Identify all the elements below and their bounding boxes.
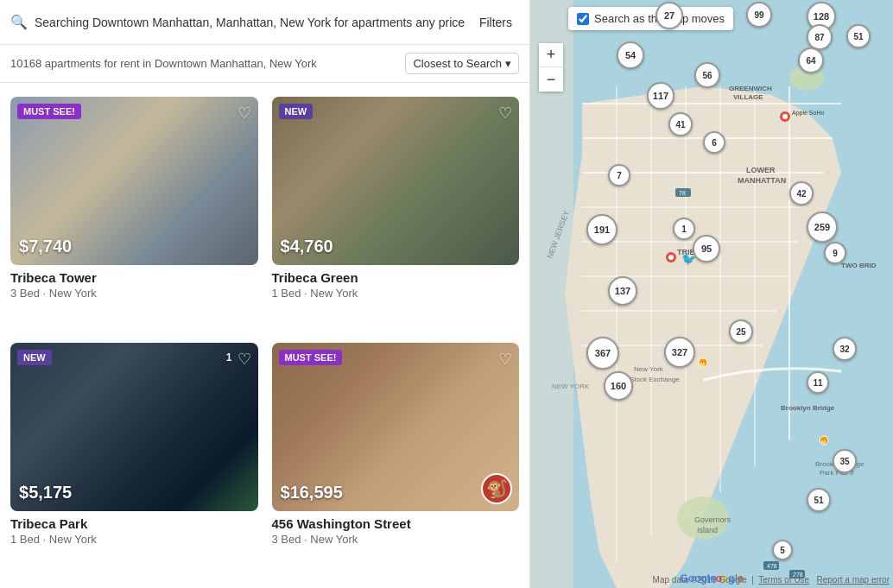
listing-detail: 1 Bed · New York xyxy=(10,533,258,546)
svg-text:MANHATTAN: MANHATTAN xyxy=(738,176,786,185)
listing-price: 4,760 xyxy=(281,237,333,256)
svg-text:New York: New York xyxy=(634,365,664,373)
listing-price: 16,595 xyxy=(281,483,343,503)
listing-badge: NEW xyxy=(17,350,52,365)
favorite-button[interactable]: ♡ xyxy=(498,350,512,369)
map-cluster-c9[interactable]: 64 xyxy=(798,47,824,73)
favorite-button[interactable]: ♡ xyxy=(238,104,251,123)
search-as-moves-checkbox[interactable] xyxy=(577,13,589,25)
map-cluster-c26[interactable]: 35 xyxy=(833,449,857,473)
svg-text:GREENWICH: GREENWICH xyxy=(729,85,772,92)
listing-image-wrap: NEW ♡ 4,760 xyxy=(272,97,520,265)
listing-badge: MUST SEE! xyxy=(17,104,81,119)
map-cluster-c18[interactable]: 9 xyxy=(824,242,846,264)
map-data-text: Map data ©2019 Google xyxy=(653,575,747,585)
svg-text:Island: Island xyxy=(697,526,718,534)
map-cluster-c28[interactable]: 5 xyxy=(772,540,793,560)
listing-badge: NEW xyxy=(279,104,314,119)
svg-text:Brooklyn Bridge: Brooklyn Bridge xyxy=(781,404,835,412)
svg-point-50 xyxy=(782,114,788,119)
map-cluster-c2[interactable]: 54 xyxy=(617,41,644,69)
listing-card-tribeca-park[interactable]: NEW 1 ♡ 5,175 Tribeca Park 1 Bed · New Y… xyxy=(10,343,258,575)
favorite-button[interactable]: ♡ xyxy=(238,350,251,369)
listing-detail: 3 Bed · New York xyxy=(10,287,258,300)
map-cluster-c19[interactable]: 137 xyxy=(608,276,637,306)
chevron-down-icon: ▾ xyxy=(505,57,511,70)
svg-text:LOWER: LOWER xyxy=(746,166,776,174)
listing-name: Tribeca Park xyxy=(10,516,258,531)
report-link[interactable]: Report a map error xyxy=(817,575,890,585)
zoom-in-button[interactable]: + xyxy=(539,43,563,67)
map-cluster-c7[interactable]: 56 xyxy=(694,62,720,88)
map-cluster-c16[interactable]: 259 xyxy=(807,212,838,243)
map-cluster-c1[interactable]: 27 xyxy=(656,2,683,29)
svg-text:Governors: Governors xyxy=(694,515,732,524)
listing-card-456-washington[interactable]: MUST SEE! ♡ 16,595 🐒 456 Washington Stre… xyxy=(272,343,520,575)
listing-name: Tribeca Tower xyxy=(10,270,258,285)
listings-grid: MUST SEE! ♡ 7,740 Tribeca Tower 3 Bed · … xyxy=(0,83,529,588)
map-cluster-c20[interactable]: 25 xyxy=(729,319,753,344)
map-cluster-c21[interactable]: 367 xyxy=(586,337,619,370)
map-cluster-c13[interactable]: 191 xyxy=(586,214,618,245)
listing-name: 456 Washington Street xyxy=(272,516,520,531)
left-panel: 🔍 Searching Downtown Manhattan, Manhatta… xyxy=(0,0,530,588)
svg-text:Stock Exchange: Stock Exchange xyxy=(630,376,680,383)
filters-button[interactable]: Filters xyxy=(472,12,519,33)
map-zoom-controls: + − xyxy=(539,43,563,92)
listing-detail: 1 Bed · New York xyxy=(272,287,520,300)
svg-text:NEW YORK: NEW YORK xyxy=(552,383,590,390)
listing-name: Tribeca Green xyxy=(272,270,520,285)
map-cluster-c14[interactable]: 1 xyxy=(673,218,695,240)
map-data-attribution: Map data ©2019 Google | Terms of Use Rep… xyxy=(653,575,890,585)
map-cluster-c11[interactable]: 6 xyxy=(703,131,725,154)
sort-dropdown[interactable]: Closest to Search ▾ xyxy=(405,53,519,74)
search-bar: 🔍 Searching Downtown Manhattan, Manhatta… xyxy=(0,0,529,45)
terms-link[interactable]: Terms of Use xyxy=(758,575,809,585)
svg-text:78: 78 xyxy=(679,190,686,196)
map-background: NEW JERSEY NEW YORK GREENWICH VILLAGE LO… xyxy=(530,0,893,588)
sort-label: Closest to Search xyxy=(413,57,502,70)
map-cluster-c15[interactable]: 95 xyxy=(693,235,720,262)
map-cluster-c27[interactable]: 51 xyxy=(807,488,831,512)
search-icon: 🔍 xyxy=(10,14,28,30)
map-cluster-c5[interactable]: 87 xyxy=(807,24,833,50)
listing-price: 5,175 xyxy=(19,483,72,503)
svg-text:VILLAGE: VILLAGE xyxy=(733,93,763,101)
map-cluster-c22[interactable]: 327 xyxy=(664,337,695,368)
svg-text:Apple SoHo: Apple SoHo xyxy=(792,110,824,117)
listing-card-tribeca-tower[interactable]: MUST SEE! ♡ 7,740 Tribeca Tower 3 Bed · … xyxy=(10,97,258,329)
listing-image-wrap: NEW 1 ♡ 5,175 xyxy=(10,343,258,511)
svg-text:M: M xyxy=(821,439,826,445)
listing-detail: 3 Bed · New York xyxy=(272,533,520,546)
map-cluster-c8[interactable]: 117 xyxy=(647,82,674,110)
listing-card-tribeca-green[interactable]: NEW ♡ 4,760 Tribeca Green 1 Bed · New Yo… xyxy=(272,97,520,329)
listing-badge: MUST SEE! xyxy=(279,350,343,365)
svg-text:TWO BRID: TWO BRID xyxy=(841,262,877,269)
map-cluster-c12[interactable]: 7 xyxy=(608,164,630,187)
listing-image-wrap: MUST SEE! ♡ 16,595 🐒 xyxy=(272,343,520,511)
map-cluster-c24[interactable]: 32 xyxy=(833,337,857,361)
svg-text:M: M xyxy=(700,362,705,367)
results-count: 10168 apartments for rent in Downtown Ma… xyxy=(10,57,405,70)
search-query[interactable]: Searching Downtown Manhattan, Manhattan,… xyxy=(35,16,466,29)
svg-text:478: 478 xyxy=(767,563,777,569)
sort-bar: 10168 apartments for rent in Downtown Ma… xyxy=(0,45,529,83)
map-cluster-c10[interactable]: 41 xyxy=(668,112,693,136)
map-cluster-c17[interactable]: 42 xyxy=(789,181,814,205)
agent-avatar: 🐒 xyxy=(481,473,512,504)
map-panel[interactable]: NEW JERSEY NEW YORK GREENWICH VILLAGE LO… xyxy=(530,0,893,588)
map-cluster-c23[interactable]: 160 xyxy=(604,371,633,401)
zoom-out-button[interactable]: − xyxy=(539,67,563,92)
map-cluster-c25[interactable]: 11 xyxy=(807,371,829,394)
map-cluster-c6[interactable]: 51 xyxy=(846,24,871,48)
heart-count: 1 xyxy=(226,351,232,364)
svg-point-48 xyxy=(668,255,674,260)
listing-image-wrap: MUST SEE! ♡ 7,740 xyxy=(10,97,258,265)
favorite-button[interactable]: ♡ xyxy=(498,104,512,123)
search-as-moves-control[interactable]: Search as the map moves xyxy=(568,7,733,30)
listing-price: 7,740 xyxy=(19,237,72,256)
map-cluster-c3[interactable]: 99 xyxy=(746,2,772,28)
